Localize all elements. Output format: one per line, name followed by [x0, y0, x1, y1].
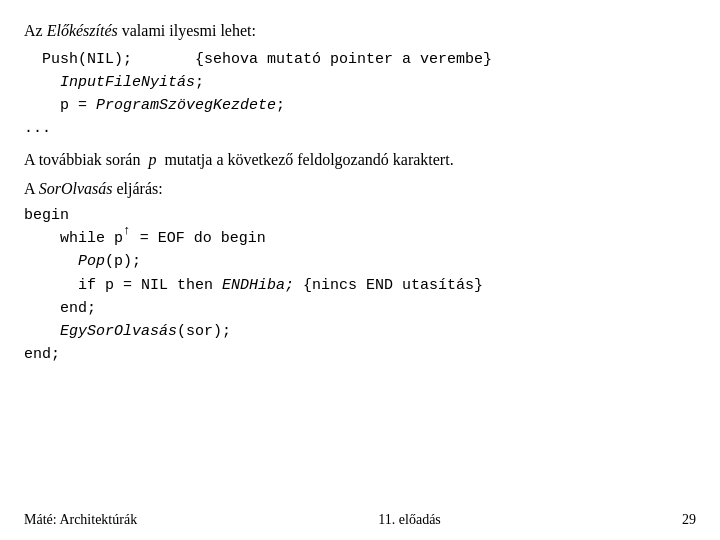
- code-program-szoveg: ProgramSzövegKezdete: [96, 97, 276, 114]
- intro-paragraph: Az Előkészítés valami ilyesmi lehet:: [24, 18, 696, 44]
- code-p-assign: p =: [60, 97, 96, 114]
- footer-center: 11. előadás: [378, 512, 440, 528]
- code-if: if p = NIL then ENDHiba; {nincs END utas…: [24, 274, 696, 297]
- page-content: Az Előkészítés valami ilyesmi lehet: Pus…: [0, 0, 720, 377]
- code-pop-italic: Pop: [78, 253, 105, 270]
- code-line-p: p = ProgramSzövegKezdete;: [24, 94, 696, 117]
- code-endhiba: ENDHiba;: [222, 277, 294, 294]
- code-line-inputfile: InputFileNyitás;: [24, 71, 696, 94]
- footer: Máté: Architektúrák 11. előadás 29: [0, 512, 720, 528]
- code-line-push: Push(NIL); {sehova mutató pointer a vere…: [24, 48, 696, 71]
- middle-paragraph: A továbbiak során p mutatja a következő …: [24, 147, 696, 173]
- code-egysor: EgySorOlvasás(sor);: [24, 320, 696, 343]
- code-end-inner: end;: [24, 297, 696, 320]
- code-push: Push(NIL); {sehova mutató pointer a vere…: [42, 51, 492, 68]
- code-ellipsis: ...: [24, 117, 696, 140]
- code-block-1: Push(NIL); {sehova mutató pointer a vere…: [24, 48, 696, 141]
- code-while: while p↑ = EOF do begin: [24, 227, 696, 250]
- code-pop: Pop(p);: [24, 250, 696, 273]
- code-block-2: begin while p↑ = EOF do begin Pop(p); if…: [24, 204, 696, 367]
- footer-right: 29: [682, 512, 696, 528]
- code-end-outer: end;: [24, 343, 696, 366]
- intro-text-suffix: valami ilyesmi lehet:: [118, 22, 256, 39]
- sor-prefix: A: [24, 180, 39, 197]
- sor-italic: SorOlvasás: [39, 180, 113, 197]
- code-egysor-italic: EgySorOlvasás: [60, 323, 177, 340]
- sor-olvasas-intro: A SorOlvasás eljárás:: [24, 176, 696, 202]
- intro-text-prefix: Az: [24, 22, 47, 39]
- middle-text: A továbbiak során p mutatja a következő …: [24, 151, 454, 168]
- code-inputfile: InputFile: [60, 74, 141, 91]
- code-nyitas: Nyitás: [141, 74, 195, 91]
- intro-italic-text: Előkészítés: [47, 22, 118, 39]
- footer-left: Máté: Architektúrák: [24, 512, 137, 528]
- sor-suffix: eljárás:: [112, 180, 162, 197]
